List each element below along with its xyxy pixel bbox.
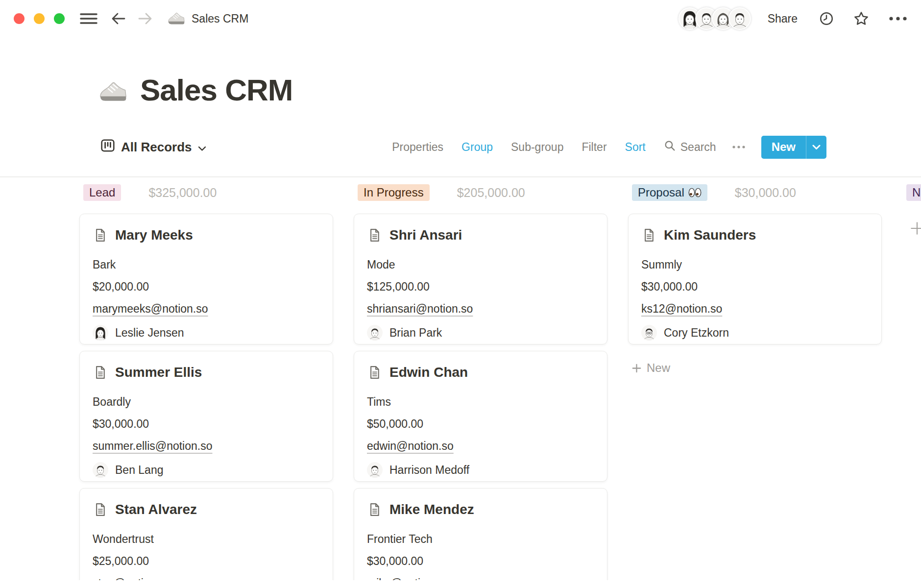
- add-new-card-button[interactable]: New: [628, 361, 882, 375]
- toolbar-item-sort[interactable]: Sort: [625, 141, 646, 154]
- card-email-row: edwin@notion.so: [367, 440, 594, 452]
- card-amount: $125,000.00: [367, 280, 594, 293]
- column-status-badge[interactable]: Proposal: [632, 184, 707, 201]
- owner-name: Cory Etzkorn: [664, 326, 729, 340]
- page-document-icon: [367, 228, 382, 243]
- view-more-icon[interactable]: [732, 145, 746, 149]
- column-header: Proposal$30,000.00: [628, 184, 882, 201]
- breadcrumb[interactable]: Sales CRM: [168, 9, 248, 28]
- view-toolbar: All Records PropertiesGroupSub-groupFilt…: [0, 135, 921, 159]
- toolbar-item-properties[interactable]: Properties: [392, 141, 443, 154]
- card-title: Kim Saunders: [664, 227, 756, 243]
- page-document-icon: [367, 365, 382, 380]
- card-email-link[interactable]: stan@notion.so: [93, 577, 171, 580]
- page-document-icon: [93, 365, 107, 380]
- zoom-window-button[interactable]: [54, 13, 65, 24]
- search-button[interactable]: Search: [664, 140, 716, 155]
- page-title[interactable]: Sales CRM: [140, 73, 292, 107]
- card-owner: Cory Etzkorn: [641, 324, 869, 341]
- share-button[interactable]: Share: [768, 12, 798, 25]
- forward-button[interactable]: [137, 12, 153, 25]
- column-header: Lead$325,000.00: [79, 184, 333, 201]
- back-button[interactable]: [111, 12, 126, 25]
- card-email-link[interactable]: ks12@notion.so: [641, 302, 722, 315]
- new-record-button[interactable]: New: [761, 136, 826, 159]
- record-card[interactable]: Summer EllisBoardly$30,000.00summer.elli…: [79, 351, 333, 482]
- card-email-link[interactable]: edwin@notion.so: [367, 440, 454, 452]
- card-amount: $30,000.00: [93, 417, 320, 430]
- board-view-icon: [100, 138, 115, 156]
- owner-name: Ben Lang: [115, 464, 163, 477]
- favorite-star-icon[interactable]: [853, 11, 869, 26]
- board-column-proposal: Proposal$30,000.00Kim SaundersSummly$30,…: [628, 184, 882, 580]
- card-email-link[interactable]: marymeeks@notion.so: [93, 302, 208, 315]
- minimize-window-button[interactable]: [34, 13, 45, 24]
- plus-icon: [632, 364, 641, 373]
- chevron-down-icon: [198, 140, 206, 155]
- card-email-link[interactable]: shriansari@notion.so: [367, 302, 473, 315]
- card-amount: $30,000.00: [367, 555, 594, 567]
- page-document-icon: [367, 502, 382, 517]
- card-amount: $30,000.00: [641, 280, 869, 293]
- traffic-lights: [14, 13, 65, 24]
- card-amount: $20,000.00: [93, 280, 320, 293]
- record-card[interactable]: Edwin ChanTims$50,000.00edwin@notion.soH…: [354, 351, 607, 482]
- page-header: Sales CRM: [99, 73, 921, 107]
- collaborator-avatar[interactable]: [728, 7, 751, 30]
- add-card-plus-icon[interactable]: [909, 220, 921, 236]
- new-button-label[interactable]: New: [761, 136, 806, 159]
- record-card[interactable]: Shri AnsariMode$125,000.00shriansari@not…: [354, 214, 607, 344]
- card-amount: $25,000.00: [93, 555, 320, 567]
- window-topbar: Sales CRM Share: [0, 0, 921, 37]
- eyes-emoji: [688, 188, 702, 197]
- toolbar-item-sub-group[interactable]: Sub-group: [511, 141, 563, 154]
- toolbar-item-filter[interactable]: Filter: [582, 141, 606, 154]
- card-title-row: Stan Alvarez: [93, 501, 320, 518]
- sneaker-icon[interactable]: [99, 76, 127, 104]
- column-status-label: Proposal: [638, 186, 684, 199]
- owner-name: Brian Park: [389, 326, 442, 340]
- card-title: Stan Alvarez: [115, 502, 197, 517]
- owner-avatar: [93, 462, 108, 478]
- card-title-row: Edwin Chan: [367, 364, 594, 381]
- card-email-link[interactable]: summer.ellis@notion.so: [93, 440, 213, 452]
- collaborator-avatars[interactable]: [679, 7, 751, 30]
- column-status-badge[interactable]: In Progress: [358, 184, 430, 201]
- card-company: Bark: [93, 258, 320, 271]
- card-title-row: Shri Ansari: [367, 227, 594, 244]
- card-title: Shri Ansari: [389, 227, 462, 243]
- card-company: Boardly: [93, 395, 320, 408]
- column-sum: $325,000.00: [148, 186, 217, 200]
- record-card[interactable]: Stan AlvarezWondertrust$25,000.00stan@no…: [79, 488, 333, 580]
- card-owner: Brian Park: [367, 324, 594, 341]
- column-sum: $30,000.00: [735, 186, 796, 200]
- column-status-badge[interactable]: N: [906, 184, 921, 201]
- page-document-icon: [93, 502, 107, 517]
- card-title-row: Mary Meeks: [93, 227, 320, 244]
- close-window-button[interactable]: [14, 13, 24, 24]
- toolbar-item-group[interactable]: Group: [461, 141, 493, 154]
- more-options-icon[interactable]: [889, 16, 907, 22]
- page-document-icon: [641, 228, 656, 243]
- card-email-row: marymeeks@notion.so: [93, 302, 320, 315]
- column-status-badge[interactable]: Lead: [83, 184, 121, 201]
- card-title-row: Kim Saunders: [641, 227, 869, 244]
- record-card[interactable]: Mary MeeksBark$20,000.00marymeeks@notion…: [79, 214, 333, 344]
- sidebar-menu-icon[interactable]: [79, 12, 98, 25]
- card-company: Frontier Tech: [367, 533, 594, 545]
- card-email-link[interactable]: mike@notion.so: [367, 577, 448, 580]
- column-status-label: Lead: [89, 186, 115, 199]
- card-owner: Ben Lang: [93, 462, 320, 478]
- view-switcher[interactable]: All Records: [100, 138, 206, 156]
- owner-name: Leslie Jensen: [115, 326, 184, 340]
- history-clock-icon[interactable]: [819, 11, 834, 26]
- card-company: Wondertrust: [93, 533, 320, 545]
- card-email-row: mike@notion.so: [367, 577, 594, 580]
- card-title: Summer Ellis: [115, 365, 202, 380]
- card-email-row: shriansari@notion.so: [367, 302, 594, 315]
- sneaker-icon: [168, 9, 185, 28]
- card-company: Mode: [367, 258, 594, 271]
- record-card[interactable]: Mike MendezFrontier Tech$30,000.00mike@n…: [354, 488, 607, 580]
- record-card[interactable]: Kim SaundersSummly$30,000.00ks12@notion.…: [628, 214, 882, 344]
- new-button-dropdown[interactable]: [806, 136, 826, 159]
